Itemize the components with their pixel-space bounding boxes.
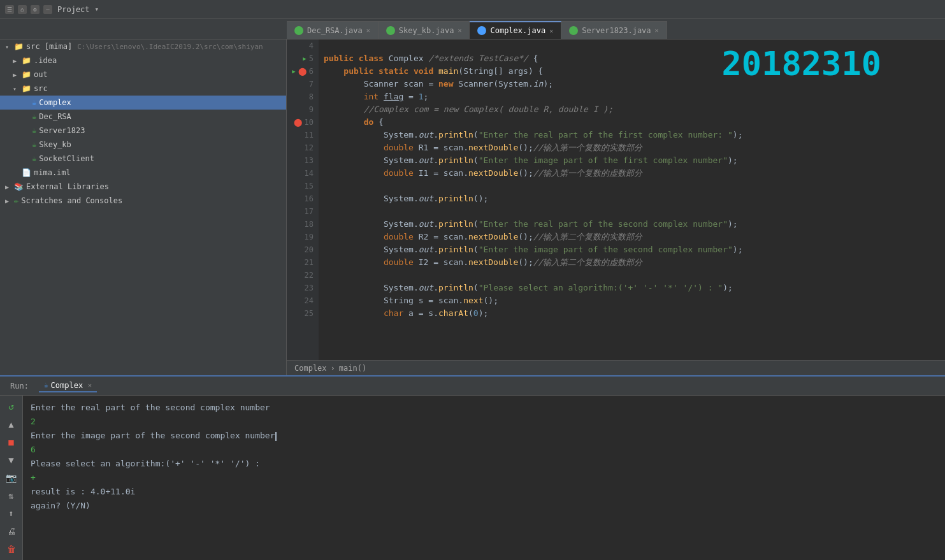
tab-close-server1823[interactable]: ✕ (655, 27, 659, 34)
tab-close-skey-kb[interactable]: ✕ (458, 27, 461, 34)
code-line-18: System.out.println("Enter the real part … (319, 218, 945, 231)
ext-icon: 📚 (14, 182, 24, 191)
line-17: 17 (287, 205, 314, 218)
scroll-up-button[interactable]: ▲ (4, 417, 19, 431)
src-folder-icon: 📁 (22, 84, 31, 93)
tab-close-dec-rsa[interactable]: ✕ (366, 27, 370, 34)
scratches-label: Scratches and Consoles (21, 196, 122, 205)
skey-icon: ☕ (32, 140, 36, 149)
tab-complex[interactable]: Complex.java ✕ (470, 21, 561, 39)
root-arrow: ▾ (5, 43, 11, 50)
scroll-down-button[interactable]: ▼ (4, 453, 19, 467)
sort-button[interactable]: ⇅ (4, 489, 19, 503)
console-line-4: 6 (31, 443, 937, 457)
tab-icon-skey-kb (386, 26, 395, 35)
bottom-tab-close[interactable]: ✕ (88, 382, 92, 389)
breadcrumb-file[interactable]: Complex (294, 364, 327, 373)
cursor (275, 432, 277, 441)
rerun-button[interactable]: ↺ (4, 399, 19, 413)
tab-server1823[interactable]: Server1823.java ✕ (561, 21, 667, 39)
server-label: Server1823 (39, 126, 85, 135)
sidebar-item-mima-iml[interactable]: 📄 mima.iml (0, 166, 286, 180)
skey-label: Skey_kb (39, 140, 71, 149)
code-line-13: System.out.println("Enter the image part… (319, 154, 945, 167)
line-11: 11 (287, 129, 314, 141)
bottom-tab-complex[interactable]: ☕ Complex ✕ (39, 380, 97, 392)
dec-rsa-icon: ☕ (32, 112, 36, 121)
stop-button[interactable]: ■ (4, 435, 19, 449)
line-18: 18 (287, 218, 314, 231)
breadcrumb-separator: › (331, 364, 335, 373)
line-numbers: 4 ▶5 ▶⬤6 7 8 9 ⬤10 11 12 13 14 15 16 17 … (287, 39, 319, 360)
code-line-16: System.out.println(); (319, 192, 945, 205)
code-area: 20182310 4 ▶5 ▶⬤6 7 8 9 ⬤10 11 12 13 14 … (287, 39, 945, 375)
line-19: 19 (287, 231, 314, 243)
sidebar-item-skey-kb[interactable]: ☕ Skey_kb (0, 138, 286, 152)
sidebar-item-server1823[interactable]: ☕ Server1823 (0, 124, 286, 138)
code-line-24: String s = scan.next(); (319, 294, 945, 307)
menu-icon[interactable]: ☰ (5, 5, 14, 14)
tab-label-complex: Complex.java (490, 26, 545, 35)
sidebar-item-idea[interactable]: ▶ 📁 .idea (0, 54, 286, 68)
bottom-tab-label: Complex (51, 381, 83, 390)
title-icons: ☰ ⌂ ⚙ — (5, 5, 52, 14)
print-button[interactable]: 🖨 (4, 524, 19, 538)
screenshot-button[interactable]: 📷 (4, 471, 19, 485)
tab-skey-kb[interactable]: Skey_kb.java ✕ (379, 21, 470, 39)
socket-label: SocketClient (39, 154, 94, 163)
iml-icon: 📄 (22, 168, 31, 177)
export-button[interactable]: ⬆ (4, 506, 19, 521)
sidebar-item-socketclient[interactable]: ☕ SocketClient (0, 152, 286, 166)
code-line-8: int flag = 1; (319, 90, 945, 103)
sidebar-item-complex[interactable]: ☕ Complex (0, 96, 286, 110)
bottom-tab-bar: Run: ☕ Complex ✕ (0, 377, 945, 396)
sidebar-item-src[interactable]: ▾ 📁 src (0, 82, 286, 96)
sidebar-item-out[interactable]: ▶ 📁 out (0, 68, 286, 82)
sidebar-project-root[interactable]: ▾ 📁 src [mima] C:\Users\lenovo\.IdeaIC20… (0, 39, 286, 54)
code-line-14: double I1 = scan.nextDouble();//输入第一个复数的… (319, 167, 945, 180)
line-12: 12 (287, 141, 314, 154)
sidebar-item-ext-libs[interactable]: ▶ 📚 External Libraries (0, 180, 286, 194)
tab-close-complex[interactable]: ✕ (549, 27, 553, 34)
project-arrow[interactable]: ▾ (95, 5, 99, 13)
socket-icon: ☕ (32, 154, 36, 163)
line-16: 16 (287, 192, 314, 205)
tab-label-skey-kb: Skey_kb.java (399, 26, 454, 35)
sidebar-item-scratches[interactable]: ▶ ✏ Scratches and Consoles (0, 194, 286, 208)
code-line-12: double R1 = scan.nextDouble();//输入第一个复数的… (319, 141, 945, 154)
project-root-label: src [mima] (26, 42, 72, 51)
line-13: 13 (287, 154, 314, 167)
bottom-panel: Run: ☕ Complex ✕ ↺ ▲ ■ ▼ 📷 ⇅ ⬆ 🖨 🗑 Enter… (0, 375, 945, 560)
code-line-7: Scanner scan = new Scanner(System.in); (319, 78, 945, 90)
code-line-15 (319, 180, 945, 192)
code-lines[interactable]: public class Complex /*extends TestCase*… (319, 39, 945, 360)
idea-folder-icon: 📁 (22, 56, 31, 65)
line-20: 20 (287, 243, 314, 256)
tab-dec-rsa[interactable]: Dec_RSA.java ✕ (287, 21, 379, 39)
code-line-21: double I2 = scan.nextDouble();//输入第二个复数的… (319, 256, 945, 269)
line-5: ▶5 (287, 52, 314, 65)
code-line-9: //Complex com = new Complex( double R, d… (319, 103, 945, 116)
sidebar-item-dec-rsa[interactable]: ☕ Dec_RSA (0, 110, 286, 124)
breadcrumb-method[interactable]: main() (339, 364, 366, 373)
settings-icon[interactable]: ⚙ (31, 5, 40, 14)
console-output[interactable]: Enter the real part of the second comple… (23, 396, 945, 560)
dec-rsa-label: Dec_RSA (39, 112, 71, 121)
clear-button[interactable]: 🗑 (4, 542, 19, 556)
code-line-11: System.out.println("Enter the real part … (319, 129, 945, 141)
home-icon[interactable]: ⌂ (18, 5, 27, 14)
line-4: 4 (287, 39, 314, 52)
tab-label-server1823: Server1823.java (582, 26, 651, 35)
console-line-1: Enter the real part of the second comple… (31, 401, 937, 415)
project-path: C:\Users\lenovo\.IdeaIC2019.2\src\com\sh… (77, 43, 263, 51)
ext-arrow: ▶ (5, 183, 11, 190)
code-line-10: do { (319, 116, 945, 129)
scratch-icon: ✏ (14, 196, 18, 205)
project-label[interactable]: Project (57, 5, 90, 14)
tab-icon-server1823 (569, 26, 578, 35)
console-line-7: result is : 4.0+11.0i (31, 485, 937, 499)
run-arrow-6: ▶ (292, 65, 295, 78)
minimize-icon[interactable]: — (43, 5, 52, 14)
console-line-5: Please select an algorithm:('+' '-' '*' … (31, 457, 937, 471)
code-line-22 (319, 269, 945, 282)
